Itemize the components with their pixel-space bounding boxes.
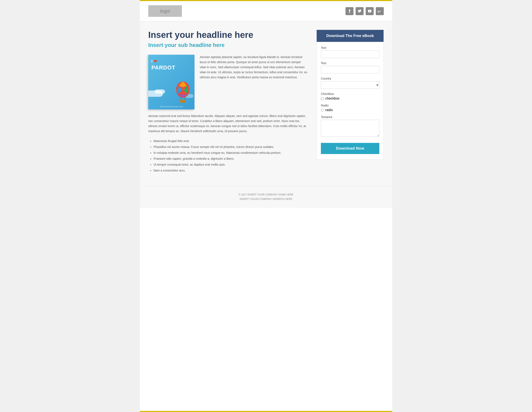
radio-field-group: Radio radio xyxy=(321,104,379,112)
main-content: Insert your headline here Insert your su… xyxy=(140,21,392,186)
text-field-2-group: Text xyxy=(321,61,379,73)
textarea-field-group: Textarea xyxy=(321,115,379,137)
balloon-illustration xyxy=(173,80,192,103)
country-select[interactable]: United States United Kingdom Canada Aust… xyxy=(321,81,379,89)
svg-rect-4 xyxy=(180,100,186,103)
form-card: Download The Free eBook Text Text xyxy=(316,30,384,159)
list-item: Praesent odio sapien, gravida a molestie… xyxy=(153,156,308,162)
text-input-1[interactable] xyxy=(321,50,379,58)
list-item: Ut tempor consequat tortor, ac dapibus e… xyxy=(153,162,308,167)
form-body: Text Text Country xyxy=(317,42,384,159)
radio-label: Radio xyxy=(321,104,379,107)
svg-line-3 xyxy=(185,98,185,100)
footer-line-2: INSERT YOUUR COMPANY ADDRESS HERE xyxy=(146,197,386,202)
checkbox-field-group: Checkbox checkbox xyxy=(321,92,379,100)
checkbox-input[interactable] xyxy=(321,97,324,100)
radio-input[interactable] xyxy=(321,109,324,111)
sub-headline: Insert your sub headline here xyxy=(148,42,308,49)
google-plus-icon[interactable]: g+ xyxy=(376,7,384,15)
youtube-icon[interactable] xyxy=(366,7,374,15)
radio-option-label: radio xyxy=(325,108,333,112)
form-header: Download The Free eBook xyxy=(317,30,384,42)
svg-text:g+: g+ xyxy=(378,10,381,13)
list-item: In volutpat molestie urna, eu hendrerit … xyxy=(153,150,308,156)
bullet-list: Maecenas feugiat felis erat. Phasellus v… xyxy=(148,138,308,173)
logo: logo xyxy=(148,5,182,17)
twitter-icon[interactable] xyxy=(356,7,364,15)
main-headline: Insert your headline here xyxy=(148,30,308,40)
textarea-input[interactable] xyxy=(321,120,379,137)
list-item: Maecenas feugiat felis erat. xyxy=(153,138,308,144)
book-cover: I ❤ PARDOT xyxy=(148,55,194,109)
book-i-love: I ❤ xyxy=(152,59,157,64)
book-url: WWW.JENNAMOLBY.COM xyxy=(148,106,194,108)
facebook-icon[interactable] xyxy=(345,7,353,15)
country-field-group: Country United States United Kingdom Can… xyxy=(321,77,379,89)
svg-line-2 xyxy=(181,98,181,100)
page-header: logo g+ xyxy=(140,1,392,21)
footer-line-1: © 2017 INSERT YOUR COMPANY NAME HERE xyxy=(146,193,386,197)
checkbox-option-label: checkbox xyxy=(325,97,340,100)
social-icons-group: g+ xyxy=(345,7,384,15)
text-label-1: Text xyxy=(321,46,379,49)
body-paragraph-1: Aenean egestas placerat sapien, eu tinci… xyxy=(200,55,308,109)
download-now-button[interactable]: Download Now xyxy=(321,143,379,154)
checkbox-label: Checkbox xyxy=(321,92,379,96)
book-title: PARDOT xyxy=(152,64,175,71)
list-item: Nam a consectetur arcu. xyxy=(153,167,308,173)
text-field-1-group: Text xyxy=(321,46,379,58)
text-input-2[interactable] xyxy=(321,66,379,73)
heart-icon: ❤ xyxy=(153,59,157,64)
country-label: Country xyxy=(321,77,379,80)
textarea-label: Textarea xyxy=(321,115,379,119)
list-item: Phasellus vel auctor massa. Fusce semper… xyxy=(153,144,308,150)
body-paragraph-2: Aenean euismod erat sed lectus bibendum … xyxy=(148,114,308,134)
text-label-2: Text xyxy=(321,61,379,65)
page-footer: © 2017 INSERT YOUR COMPANY NAME HERE INS… xyxy=(140,186,392,208)
left-column: Insert your headline here Insert your su… xyxy=(148,30,308,173)
